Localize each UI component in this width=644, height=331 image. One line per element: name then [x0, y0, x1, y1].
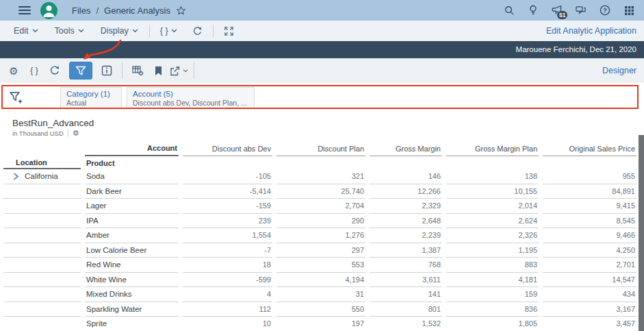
- value-cell[interactable]: 3,611: [370, 273, 442, 288]
- value-cell[interactable]: 434: [543, 287, 636, 302]
- value-cell[interactable]: -5,414: [183, 184, 272, 199]
- product-cell[interactable]: Low Calorie Beer: [85, 243, 179, 258]
- value-cell[interactable]: 112: [183, 302, 272, 317]
- value-cell[interactable]: 197: [276, 317, 365, 331]
- app-grid-icon[interactable]: [623, 5, 634, 16]
- value-cell[interactable]: 801: [370, 302, 442, 317]
- value-cell[interactable]: 2,701: [543, 258, 636, 273]
- chat-icon[interactable]: [576, 5, 587, 16]
- value-cell[interactable]: 553: [276, 258, 365, 273]
- product-cell[interactable]: Red Wine: [85, 258, 179, 273]
- value-cell[interactable]: 4: [183, 287, 272, 302]
- value-cell[interactable]: -7: [183, 243, 272, 258]
- value-cell[interactable]: -159: [183, 199, 272, 214]
- location-cell[interactable]: California: [3, 169, 81, 184]
- script-menu-button[interactable]: { }: [153, 26, 185, 36]
- value-cell[interactable]: 2,326: [446, 228, 539, 243]
- value-cell[interactable]: 84,891: [543, 184, 636, 199]
- value-cell[interactable]: 141: [370, 287, 442, 302]
- product-cell[interactable]: IPA: [85, 214, 179, 229]
- location-dimension-header[interactable]: Location: [3, 156, 81, 169]
- designer-link[interactable]: Designer: [602, 66, 636, 75]
- value-cell[interactable]: -599: [183, 273, 272, 288]
- value-cell[interactable]: 10: [183, 317, 272, 331]
- value-cell[interactable]: 321: [276, 169, 365, 184]
- product-cell[interactable]: Amber: [85, 228, 179, 243]
- edit-analytic-application-link[interactable]: Edit Analytic Application: [546, 26, 636, 36]
- value-cell[interactable]: 2,014: [446, 199, 539, 214]
- measure-header[interactable]: Original Sales Price: [543, 141, 636, 156]
- value-cell[interactable]: 2,624: [446, 214, 539, 229]
- table-settings-button[interactable]: [127, 62, 148, 79]
- product-cell[interactable]: White Wine: [85, 273, 179, 288]
- value-cell[interactable]: 1,195: [446, 243, 539, 258]
- fullscreen-button[interactable]: [216, 26, 242, 36]
- value-cell[interactable]: 2,239: [370, 228, 442, 243]
- measure-header[interactable]: Gross Margin Plan: [446, 141, 539, 156]
- product-cell[interactable]: Soda: [85, 169, 179, 184]
- value-cell[interactable]: -105: [183, 169, 272, 184]
- measure-header[interactable]: Discount Plan: [276, 141, 365, 156]
- vertical-scrollbar[interactable]: [639, 135, 644, 331]
- expand-chevron-icon[interactable]: [12, 173, 20, 180]
- value-cell[interactable]: 8,545: [543, 214, 636, 229]
- value-cell[interactable]: 18: [183, 258, 272, 273]
- settings-button[interactable]: ⚙: [3, 62, 24, 79]
- bookmark-button[interactable]: [148, 62, 168, 79]
- script-button[interactable]: { }: [24, 62, 44, 79]
- favorite-star-icon[interactable]: [176, 5, 186, 16]
- product-cell[interactable]: Sparkling Water: [85, 302, 179, 317]
- value-cell[interactable]: 9,415: [543, 199, 636, 214]
- value-cell[interactable]: 290: [276, 214, 365, 229]
- add-filter-button[interactable]: [9, 90, 24, 106]
- value-cell[interactable]: 1,554: [183, 228, 272, 243]
- announcement-icon[interactable]: 51: [552, 5, 563, 16]
- filter-token-category[interactable]: Category (1) Actual: [60, 87, 122, 109]
- value-cell[interactable]: 836: [446, 302, 539, 317]
- product-cell[interactable]: Mixed Drinks: [85, 287, 179, 302]
- value-cell[interactable]: 2,704: [276, 199, 365, 214]
- hamburger-menu-icon[interactable]: [18, 6, 31, 14]
- gear-icon[interactable]: ⚙: [73, 130, 79, 137]
- value-cell[interactable]: 1,532: [370, 317, 442, 331]
- value-cell[interactable]: 10,155: [446, 184, 539, 199]
- measure-header[interactable]: Discount abs Dev: [183, 141, 272, 156]
- product-dimension-header[interactable]: Product: [85, 156, 179, 169]
- value-cell[interactable]: 297: [276, 243, 365, 258]
- refresh-button[interactable]: [185, 26, 210, 36]
- value-cell[interactable]: 1,805: [446, 317, 539, 331]
- value-cell[interactable]: 9,466: [543, 228, 636, 243]
- value-cell[interactable]: 4,250: [543, 243, 636, 258]
- value-cell[interactable]: 239: [183, 214, 272, 229]
- value-cell[interactable]: 146: [370, 169, 442, 184]
- refresh-button[interactable]: [44, 62, 65, 79]
- value-cell[interactable]: 159: [446, 287, 539, 302]
- menu-tools[interactable]: Tools: [47, 21, 92, 41]
- menu-display[interactable]: Display: [92, 21, 146, 41]
- value-cell[interactable]: 1,276: [276, 228, 365, 243]
- value-cell[interactable]: 3,457: [543, 317, 636, 331]
- value-cell[interactable]: 768: [370, 258, 442, 273]
- breadcrumb-files[interactable]: Files: [72, 5, 90, 16]
- filter-button[interactable]: [69, 62, 92, 79]
- export-button[interactable]: [168, 62, 189, 79]
- value-cell[interactable]: 3,167: [543, 302, 636, 317]
- value-cell[interactable]: 4,181: [446, 273, 539, 288]
- value-cell[interactable]: 2,648: [370, 214, 442, 229]
- help-icon[interactable]: ?: [600, 5, 610, 16]
- value-cell[interactable]: 955: [543, 169, 636, 184]
- product-cell[interactable]: Sprite: [85, 317, 179, 331]
- filter-token-account[interactable]: Account (5) Discount abs Dev, Discount P…: [127, 87, 255, 109]
- value-cell[interactable]: 4,194: [276, 273, 365, 288]
- avatar[interactable]: [40, 2, 57, 19]
- lightbulb-icon[interactable]: [528, 5, 539, 16]
- value-cell[interactable]: 1,387: [370, 243, 442, 258]
- value-cell[interactable]: 25,740: [276, 184, 365, 199]
- value-cell[interactable]: 138: [446, 169, 539, 184]
- measure-header[interactable]: Gross Margin: [370, 141, 442, 156]
- column-dimension-header[interactable]: Account: [85, 141, 179, 156]
- value-cell[interactable]: 12,266: [370, 184, 442, 199]
- product-cell[interactable]: Dark Beer: [85, 184, 179, 199]
- value-cell[interactable]: 2,329: [370, 199, 442, 214]
- info-button[interactable]: [96, 62, 117, 79]
